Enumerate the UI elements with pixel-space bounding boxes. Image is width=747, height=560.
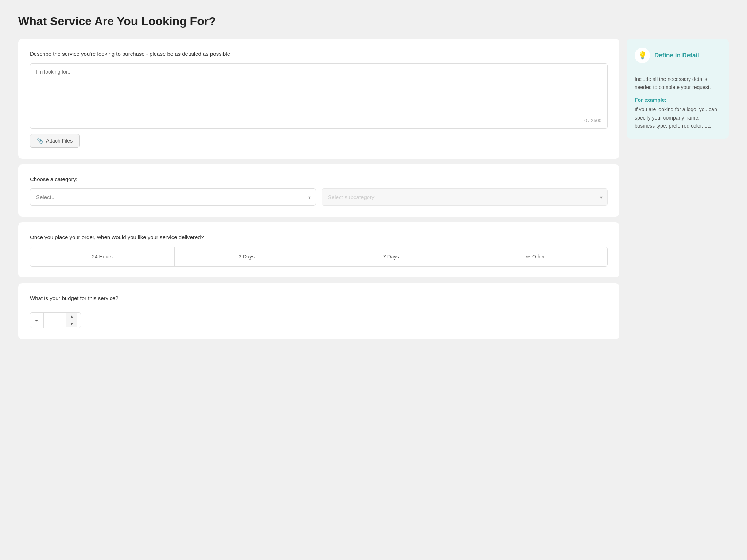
textarea-wrapper: 0 / 2500 [30, 63, 608, 129]
info-panel-example-label: For example: [635, 96, 721, 104]
delivery-option-other[interactable]: ✏ Other [463, 247, 607, 266]
page-title: What Service Are You Looking For? [18, 15, 729, 28]
subcategory-select-wrapper: Select subcategory ▾ [322, 188, 608, 206]
budget-label: What is your budget for this service? [30, 294, 608, 303]
delivery-24hours-label: 24 Hours [92, 254, 113, 260]
paperclip-icon: 📎 [37, 138, 43, 144]
budget-decrement-button[interactable]: ▼ [66, 320, 77, 327]
bulb-icon: 💡 [635, 48, 650, 63]
info-panel-text: Include all the necessary details needed… [635, 75, 721, 92]
service-textarea[interactable] [36, 69, 601, 113]
category-label: Choose a category: [30, 175, 608, 184]
budget-card: What is your budget for this service? € … [18, 283, 619, 339]
info-panel-example-text: If you are looking for a logo, you can s… [635, 105, 721, 130]
attach-files-label: Attach Files [46, 138, 73, 144]
budget-input[interactable] [44, 313, 66, 328]
delivery-option-7days[interactable]: 7 Days [319, 247, 464, 266]
right-column: 💡 Define in Detail Include all the neces… [627, 39, 729, 139]
info-panel-body: Include all the necessary details needed… [635, 75, 721, 130]
category-select-wrapper: Select... ▾ [30, 188, 316, 206]
budget-input-wrapper: € ▲ ▼ [30, 312, 81, 328]
left-column: Describe the service you're looking to p… [18, 39, 619, 339]
budget-increment-button[interactable]: ▲ [66, 313, 77, 320]
delivery-other-label: Other [532, 254, 545, 260]
delivery-card: Once you place your order, when would yo… [18, 222, 619, 277]
pencil-icon: ✏ [526, 254, 530, 260]
delivery-option-3days[interactable]: 3 Days [175, 247, 319, 266]
main-layout: Describe the service you're looking to p… [18, 39, 729, 339]
category-select[interactable]: Select... [30, 188, 316, 206]
budget-stepper: ▲ ▼ [66, 313, 77, 327]
char-count: 0 / 2500 [36, 118, 601, 123]
description-label: Describe the service you're looking to p… [30, 50, 608, 58]
delivery-option-24hours[interactable]: 24 Hours [30, 247, 175, 266]
description-card: Describe the service you're looking to p… [18, 39, 619, 159]
delivery-7days-label: 7 Days [383, 254, 399, 260]
lightbulb-icon: 💡 [638, 51, 647, 60]
delivery-3days-label: 3 Days [239, 254, 255, 260]
currency-symbol: € [30, 313, 44, 328]
category-card: Choose a category: Select... ▾ Select su… [18, 164, 619, 217]
info-panel: 💡 Define in Detail Include all the neces… [627, 39, 729, 139]
delivery-options: 24 Hours 3 Days 7 Days ✏ Other [30, 247, 608, 267]
delivery-label: Once you place your order, when would yo… [30, 233, 608, 242]
attach-files-button[interactable]: 📎 Attach Files [30, 134, 80, 148]
info-panel-header: 💡 Define in Detail [635, 48, 721, 69]
info-panel-title: Define in Detail [654, 52, 699, 59]
subcategory-select[interactable]: Select subcategory [322, 188, 608, 206]
selects-row: Select... ▾ Select subcategory ▾ [30, 188, 608, 206]
